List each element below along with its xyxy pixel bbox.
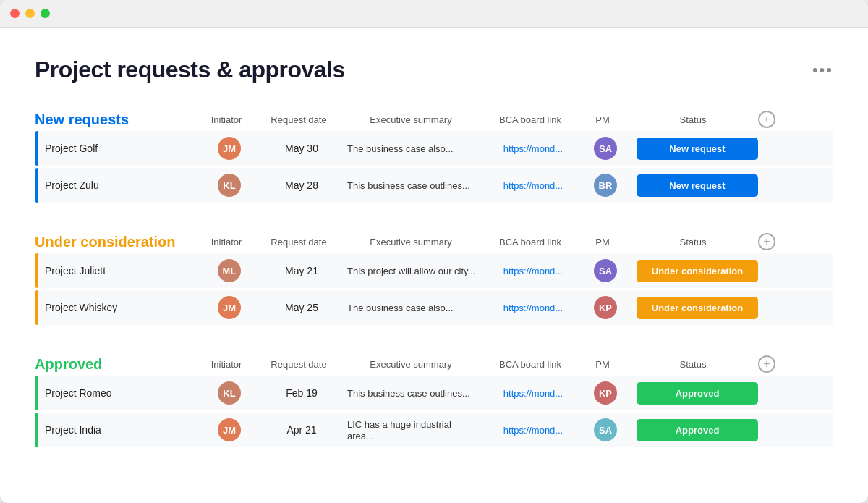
col-request-date: Request date	[259, 359, 339, 370]
page-title: Project requests & approvals	[35, 56, 345, 83]
bca-link[interactable]: https://mond...	[492, 303, 574, 313]
table-rows: Project Romeo KL Feb 19 This business ca…	[35, 376, 833, 447]
col-executive-summary: Executive summary	[339, 237, 483, 248]
summary-cell: LIC has a huge industrial area...	[341, 415, 486, 444]
maximize-button[interactable]	[41, 9, 50, 18]
initiator-avatar: JM	[218, 296, 241, 319]
table-row: Project Zulu KL May 28 This business cas…	[35, 168, 833, 203]
pm-cell: SA	[580, 134, 631, 163]
col-status: Status	[628, 359, 758, 370]
status-button[interactable]: Under consideration	[637, 297, 758, 319]
summary-cell: The business case also...	[341, 140, 486, 157]
close-button[interactable]	[10, 9, 20, 18]
col-pm: PM	[577, 114, 628, 125]
project-name: Project Whiskey	[38, 299, 197, 316]
summary-cell: This project will allow our city...	[341, 262, 486, 279]
initiator-avatar: JM	[218, 137, 241, 160]
initiator-cell: JM	[197, 134, 262, 163]
status-button[interactable]: New request	[637, 174, 758, 197]
link-cell[interactable]: https://mond...	[486, 140, 580, 157]
add-column-button[interactable]: +	[758, 111, 775, 128]
pm-avatar: SA	[594, 418, 617, 441]
table-row: Project India JM Apr 21 LIC has a huge i…	[35, 413, 833, 447]
project-name: Project India	[38, 421, 197, 439]
section-under-consideration: Under consideration Initiator Request da…	[35, 229, 833, 325]
summary-text: The business case also...	[347, 143, 454, 154]
table-row: Project Whiskey JM May 25 The business c…	[35, 290, 833, 325]
pm-avatar: BR	[594, 174, 617, 197]
col-pm: PM	[577, 237, 628, 248]
col-executive-summary: Executive summary	[339, 114, 483, 125]
link-cell[interactable]: https://mond...	[486, 300, 580, 316]
pm-avatar: SA	[594, 259, 617, 282]
bca-link[interactable]: https://mond...	[492, 180, 574, 191]
col-status: Status	[628, 114, 758, 125]
link-cell[interactable]: https://mond...	[486, 263, 580, 279]
bca-link[interactable]: https://mond...	[492, 266, 574, 276]
row-extra	[761, 268, 784, 274]
link-cell[interactable]: https://mond...	[486, 177, 580, 194]
summary-text: LIC has a huge industrial area...	[347, 419, 451, 441]
status-button[interactable]: Under consideration	[637, 260, 758, 282]
section-header-row: Approved Initiator Request date Executiv…	[35, 351, 833, 376]
project-name: Project Zulu	[38, 177, 197, 194]
link-cell[interactable]: https://mond...	[486, 422, 580, 439]
initiator-avatar: JM	[218, 418, 241, 441]
status-cell[interactable]: Under consideration	[631, 294, 761, 322]
summary-text: This business case outlines...	[347, 388, 470, 399]
initiator-avatar: KL	[218, 174, 241, 197]
bca-link[interactable]: https://mond...	[492, 143, 574, 154]
project-name: Project Romeo	[38, 384, 197, 402]
summary-text: The business case also...	[347, 303, 454, 313]
status-cell[interactable]: Approved	[631, 416, 761, 444]
col-initiator: Initiator	[194, 114, 259, 125]
date-cell: Apr 21	[262, 421, 341, 439]
status-cell[interactable]: Under consideration	[631, 257, 761, 285]
col-request-date: Request date	[259, 114, 339, 125]
col-status: Status	[628, 237, 758, 248]
pm-cell: KP	[580, 293, 631, 322]
summary-cell: This business case outlines...	[341, 177, 486, 194]
col-add: +	[758, 233, 781, 250]
main-content: Project requests & approvals ••• New req…	[0, 28, 868, 502]
initiator-avatar: KL	[218, 381, 241, 405]
pm-avatar: SA	[594, 137, 617, 160]
section-title-approved: Approved	[35, 356, 102, 372]
row-extra	[761, 182, 784, 188]
project-name: Project Golf	[38, 140, 197, 157]
status-button[interactable]: Approved	[637, 419, 758, 441]
section-new-requests: New requests Initiator Request date Exec…	[35, 106, 833, 203]
status-button[interactable]: Approved	[637, 382, 758, 405]
link-cell[interactable]: https://mond...	[486, 385, 580, 402]
col-bca-board-link: BCA board link	[483, 359, 577, 370]
section-title-under-consideration: Under consideration	[35, 234, 175, 250]
date-cell: Feb 19	[262, 384, 341, 402]
project-name: Project Juliett	[38, 262, 197, 279]
initiator-cell: KL	[197, 171, 262, 200]
summary-cell: This business case outlines...	[341, 384, 486, 402]
table-rows: Project Juliett ML May 21 This project w…	[35, 253, 833, 325]
status-cell[interactable]: Approved	[631, 379, 761, 407]
bca-link[interactable]: https://mond...	[492, 425, 574, 436]
summary-text: This business case outlines...	[347, 180, 470, 191]
col-request-date: Request date	[259, 237, 339, 248]
initiator-cell: ML	[197, 256, 262, 285]
date-cell: May 30	[262, 140, 341, 157]
col-add: +	[758, 111, 781, 128]
section-approved: Approved Initiator Request date Executiv…	[35, 351, 833, 447]
status-button[interactable]: New request	[637, 138, 758, 160]
section-header-row: New requests Initiator Request date Exec…	[35, 106, 833, 131]
status-cell[interactable]: New request	[631, 172, 761, 200]
minimize-button[interactable]	[25, 9, 35, 18]
status-cell[interactable]: New request	[631, 135, 761, 163]
row-extra	[761, 305, 784, 310]
section-header-row: Under consideration Initiator Request da…	[35, 229, 833, 253]
col-executive-summary: Executive summary	[339, 359, 483, 370]
initiator-avatar: ML	[218, 259, 241, 282]
pm-cell: BR	[580, 171, 631, 200]
add-column-button[interactable]: +	[758, 233, 775, 250]
more-options-button[interactable]: •••	[812, 61, 833, 80]
col-bca-board-link: BCA board link	[483, 237, 577, 248]
add-column-button[interactable]: +	[758, 355, 775, 373]
bca-link[interactable]: https://mond...	[492, 388, 574, 399]
